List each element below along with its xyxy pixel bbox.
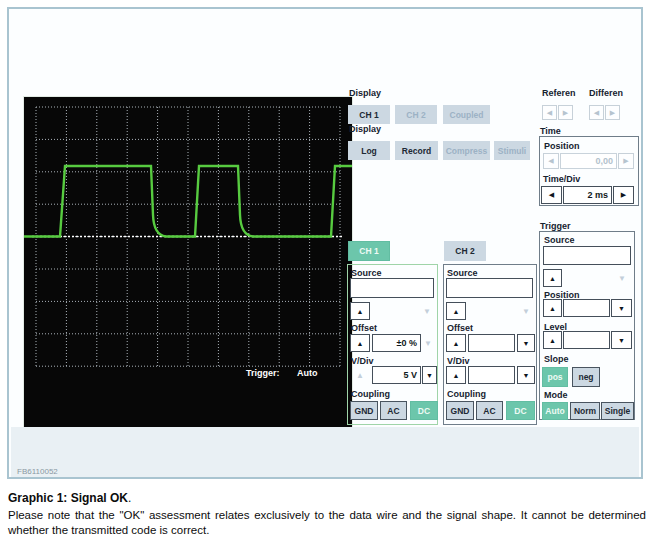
mode-norm-button[interactable]: Norm — [570, 402, 600, 420]
trigger-level-value[interactable] — [563, 331, 610, 349]
ch2-offset-up-button[interactable]: ▲ — [446, 334, 466, 352]
ch1-vdiv-value[interactable]: 5 V — [372, 366, 421, 384]
ch1-offset-down-button[interactable]: ▼ — [421, 334, 435, 352]
timediv-decrement-button[interactable]: ◀ — [541, 186, 562, 204]
down-arrow-icon: ▼ — [522, 307, 530, 316]
caption-title-period: . — [128, 491, 131, 505]
ch2-offset-label: Offset — [447, 323, 473, 333]
right-arrow-icon: ▶ — [623, 157, 628, 165]
waveform-canvas — [24, 97, 352, 434]
trigger-level-down-button[interactable]: ▼ — [611, 331, 632, 349]
caption: Graphic 1: Signal OK. Please note that t… — [8, 488, 646, 538]
ch1-source-down-button[interactable]: ▼ — [419, 302, 435, 320]
up-arrow-icon: ▲ — [549, 305, 556, 312]
ch2-vdiv-label: V/Div — [447, 356, 470, 366]
ch2-source-input[interactable] — [446, 278, 533, 298]
ch1-offset-up-button[interactable]: ▲ — [350, 334, 370, 352]
trigger-source-label: Source — [544, 235, 575, 245]
trigger-source-up-button[interactable]: ▲ — [543, 269, 562, 287]
ch2-coupling-gnd-button[interactable]: GND — [446, 401, 474, 420]
trigger-position-value[interactable] — [563, 299, 610, 317]
ch1-source-label: Source — [351, 268, 382, 278]
ch1-source-up-button[interactable]: ▲ — [350, 302, 370, 320]
left-arrow-icon: ◀ — [594, 109, 599, 117]
up-arrow-icon: ▲ — [357, 340, 364, 347]
trigger-position-up-button[interactable]: ▲ — [543, 299, 562, 317]
ch2-vdiv-down-button[interactable]: ▼ — [517, 366, 535, 384]
display-channel-label: Display — [349, 88, 381, 98]
ch1-offset-label: Offset — [351, 323, 377, 333]
slope-pos-button[interactable]: pos — [542, 367, 568, 387]
down-arrow-icon: ▼ — [523, 372, 530, 379]
trigger-status-label: Trigger: — [246, 368, 280, 378]
time-position-value[interactable]: 0,00 — [560, 153, 617, 169]
trigger-level-up-button[interactable]: ▲ — [543, 331, 562, 349]
diagnostic-panel: Trigger: Auto Display CH 1 CH 2 Coupled … — [7, 7, 643, 479]
up-arrow-icon: ▲ — [453, 308, 460, 315]
trigger-mode-label: Mode — [544, 390, 568, 400]
down-arrow-icon: ▼ — [424, 339, 432, 348]
panel-footer: FB6110052 — [11, 427, 639, 477]
figure-id: FB6110052 — [17, 467, 58, 476]
referen-label: Referen — [542, 88, 576, 98]
compress-button[interactable]: Compress — [443, 141, 490, 160]
trigger-group-label: Trigger — [540, 221, 571, 231]
ch1-coupling-gnd-button[interactable]: GND — [350, 401, 378, 420]
differen-prev-button[interactable]: ◀ — [589, 105, 604, 120]
log-button[interactable]: Log — [348, 141, 390, 160]
trigger-position-down-button[interactable]: ▼ — [611, 299, 632, 317]
ch1-vdiv-up-button[interactable]: ▲ — [350, 366, 370, 384]
oscilloscope-display: Trigger: Auto — [23, 96, 353, 435]
right-arrow-icon: ▶ — [610, 109, 615, 117]
ch1-source-input[interactable] — [350, 278, 434, 298]
display-coupled-button[interactable]: Coupled — [443, 105, 490, 124]
ch2-source-up-button[interactable]: ▲ — [446, 302, 466, 320]
ch1-coupling-ac-button[interactable]: AC — [380, 401, 407, 420]
ch2-coupling-dc-button[interactable]: DC — [506, 401, 535, 420]
down-arrow-icon: ▼ — [618, 274, 626, 283]
ch2-source-label: Source — [447, 268, 478, 278]
left-arrow-icon: ◀ — [548, 157, 553, 165]
left-arrow-icon: ◀ — [547, 109, 552, 117]
display-ch2-button[interactable]: CH 2 — [395, 105, 437, 124]
ch2-tab[interactable]: CH 2 — [444, 241, 486, 261]
ch1-offset-value[interactable]: ±0 % — [372, 334, 421, 352]
trigger-source-down-button[interactable]: ▼ — [613, 269, 631, 287]
mode-single-button[interactable]: Single — [601, 402, 634, 420]
ch2-coupling-ac-button[interactable]: AC — [476, 401, 503, 420]
mode-auto-button[interactable]: Auto — [542, 402, 568, 420]
slope-neg-button[interactable]: neg — [572, 367, 600, 387]
timediv-increment-button[interactable]: ▶ — [613, 186, 634, 204]
screenshot-root: Trigger: Auto Display CH 1 CH 2 Coupled … — [0, 0, 651, 546]
ch1-vdiv-down-button[interactable]: ▼ — [422, 366, 437, 384]
ch2-coupling-label: Coupling — [447, 389, 486, 399]
time-group-label: Time — [540, 126, 561, 136]
time-position-decrement-button[interactable]: ◀ — [543, 153, 559, 169]
record-button[interactable]: Record — [395, 141, 438, 160]
referen-prev-button[interactable]: ◀ — [542, 105, 557, 120]
timediv-label: Time/Div — [543, 174, 580, 184]
timediv-value[interactable]: 2 ms — [563, 186, 612, 204]
down-arrow-icon: ▼ — [618, 337, 625, 344]
left-arrow-icon: ◀ — [549, 191, 554, 199]
trigger-source-input[interactable] — [543, 246, 631, 265]
differen-next-button[interactable]: ▶ — [605, 105, 620, 120]
ch2-offset-down-button[interactable]: ▼ — [517, 334, 535, 352]
right-arrow-icon: ▶ — [621, 191, 626, 199]
up-arrow-icon: ▲ — [453, 372, 460, 379]
time-position-increment-button[interactable]: ▶ — [618, 153, 634, 169]
down-arrow-icon: ▼ — [618, 305, 625, 312]
referen-next-button[interactable]: ▶ — [558, 105, 573, 120]
ch2-vdiv-value[interactable] — [468, 366, 515, 384]
ch1-tab[interactable]: CH 1 — [348, 241, 390, 261]
stimuli-button[interactable]: Stimuli — [494, 141, 530, 160]
display-ch1-button[interactable]: CH 1 — [348, 105, 390, 124]
ch1-coupling-label: Coupling — [351, 389, 390, 399]
ch2-source-down-button[interactable]: ▼ — [518, 302, 534, 320]
up-arrow-icon: ▲ — [453, 340, 460, 347]
ch2-vdiv-up-button[interactable]: ▲ — [446, 366, 466, 384]
ch2-offset-value[interactable] — [468, 334, 515, 352]
ch1-coupling-dc-button[interactable]: DC — [410, 401, 438, 420]
right-arrow-icon: ▶ — [563, 109, 568, 117]
caption-body: Please note that the "OK" assessment rel… — [8, 508, 646, 538]
